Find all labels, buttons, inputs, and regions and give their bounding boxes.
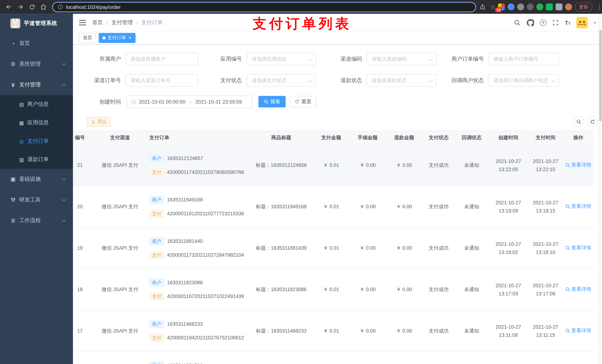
cell-title: 标题：1635311468233: [249, 327, 313, 334]
extension-colorful-icon[interactable]: 10: [498, 3, 505, 10]
pay-order-line: 支付 4200001181202110277723215336: [149, 209, 249, 217]
cell-pay-time: 2021-10-2713:18:10: [528, 240, 563, 256]
sidebar-item-infra[interactable]: ▣ 基础设施: [0, 169, 73, 190]
extensions-puzzle-icon[interactable]: [556, 3, 563, 10]
cell-title: 标题：1635311881439: [249, 245, 313, 251]
pay-tag: 支付: [149, 292, 164, 300]
merchant-order-line: 商户 1635311949168: [149, 196, 249, 203]
hamburger-icon[interactable]: [79, 20, 86, 26]
merchant-order-no-input[interactable]: [488, 52, 559, 65]
cell-notify: 未通知: [455, 327, 488, 334]
sidebar-subitem-merchant-info[interactable]: ▤ 商户信息: [0, 95, 73, 114]
reset-button[interactable]: 重置: [290, 96, 316, 107]
tab-pay-order[interactable]: 支付订单 ×: [99, 33, 135, 43]
sidebar-subitem-label: 支付订单: [27, 138, 49, 145]
view-detail-link[interactable]: 查看详情: [565, 327, 591, 334]
merchant-order-line: 商户 1635311351736: [149, 362, 249, 364]
avatar-dropdown-caret-icon[interactable]: ▾: [594, 20, 596, 25]
create-time-range-picker[interactable]: 2021-10-01 00:00:00 - 2021-10-31 23:59:5…: [127, 95, 252, 108]
sidebar-item-devtools[interactable]: ⚒ 研发工具: [0, 190, 73, 210]
extension-claude-icon[interactable]: [565, 3, 572, 10]
view-detail-link[interactable]: 查看详情: [565, 245, 591, 251]
extension-green-circle-icon[interactable]: [537, 3, 543, 10]
breadcrumb-current: 支付订单: [141, 19, 163, 26]
view-detail-link[interactable]: 查看详情: [565, 203, 591, 210]
table-row: 17 微信 JSAPI 支付 商户 1635311468233 支付 42000…: [73, 310, 593, 352]
range-start: 2021-10-01 00:00:00: [139, 99, 185, 105]
sidebar-subitem-app-info[interactable]: ▦ 应用信息: [0, 114, 73, 132]
extension-blue-icon[interactable]: [508, 3, 515, 10]
cell-actions: 查看详情: [563, 162, 593, 169]
cell-notify: 未通知: [455, 203, 488, 210]
cell-amount: ￥ 0.01: [313, 162, 349, 168]
browser-refresh-button[interactable]: [27, 2, 37, 12]
pay-order-no: 4200001167202110271022491439: [167, 293, 244, 299]
cell-refund: ￥ 0.00: [386, 327, 422, 334]
extension-dark-icon[interactable]: [527, 3, 534, 10]
cell-refund: ￥ 0.00: [386, 203, 422, 210]
filter-label-app: 应用编号: [181, 52, 242, 65]
magnifier-icon: [565, 163, 570, 167]
browser-home-button[interactable]: [38, 2, 48, 12]
search-icon[interactable]: [514, 19, 521, 26]
cell-id: 21: [73, 162, 92, 168]
cell-actions: 查看详情: [563, 245, 593, 251]
extension-gray-icon[interactable]: [517, 3, 524, 10]
col-amount: 支付金额: [313, 134, 349, 141]
browser-forward-button[interactable]: [15, 2, 25, 12]
merchant-tag: 商户: [149, 237, 164, 245]
bookmark-star-icon[interactable]: ☆: [490, 3, 495, 10]
browser-back-button[interactable]: [4, 2, 14, 12]
view-detail-link[interactable]: 查看详情: [565, 286, 591, 293]
col-title: 商品标题: [249, 134, 313, 141]
sidebar-item-workflow[interactable]: ≣ 工作流程: [0, 210, 73, 231]
pay-order-icon: ◎: [17, 138, 26, 144]
toggle-search-button[interactable]: [573, 116, 584, 127]
scrollbar-thumb[interactable]: [599, 30, 602, 121]
cell-pay-time: 2021-10-2713:11:15: [528, 323, 563, 339]
browser-chrome: localhost:1024/pay/order ☆ 10 更新 ⋮: [0, 0, 602, 14]
help-icon[interactable]: ?: [540, 20, 546, 26]
sidebar-item-system[interactable]: ⚙ 系统管理: [0, 54, 73, 74]
refresh-table-button[interactable]: [587, 116, 598, 127]
browser-update-button[interactable]: 更新: [575, 2, 592, 11]
app-grid-icon: ▦: [17, 120, 26, 125]
sidebar-item-payment[interactable]: ¥ 支付管理: [0, 74, 73, 95]
col-notify: 回调状态: [455, 134, 488, 141]
sidebar-subitem-refund-order[interactable]: ▨ 退款订单: [0, 150, 73, 169]
filter-label-merchant: 所属商户: [73, 52, 121, 65]
pay-tag: 支付: [149, 168, 164, 176]
chevron-up-icon: [62, 83, 66, 87]
notify-status-select[interactable]: [488, 74, 559, 87]
app-logo: 芋道管理系统: [0, 14, 73, 33]
browser-menu-icon[interactable]: ⋮: [595, 3, 602, 10]
avatar[interactable]: [576, 17, 588, 28]
merchant-order-no: 1635311823086: [167, 280, 203, 285]
font-size-icon[interactable]: TT: [565, 20, 571, 26]
search-icon: [576, 119, 581, 124]
tab-home[interactable]: 首页: [79, 33, 96, 43]
close-icon[interactable]: ×: [129, 35, 132, 41]
breadcrumb-section[interactable]: 支付管理: [111, 19, 133, 26]
sidebar-item-home[interactable]: ◔ 首页: [0, 33, 73, 54]
extension-wechat-icon[interactable]: [546, 3, 553, 10]
cell-actions: 查看详情: [563, 286, 593, 293]
cell-channel: 微信 JSAPI 支付: [92, 327, 148, 334]
sidebar-item-label: 研发工具: [19, 197, 41, 203]
url-bar[interactable]: localhost:1024/pay/order: [52, 2, 476, 12]
view-detail-link[interactable]: 查看详情: [565, 162, 591, 168]
github-icon[interactable]: [527, 19, 534, 26]
notify-status-input[interactable]: [488, 74, 559, 87]
fullscreen-icon[interactable]: [552, 19, 559, 26]
col-actions: 操作: [563, 134, 593, 141]
sidebar-subitem-pay-order[interactable]: ◎ 支付订单: [0, 132, 73, 150]
breadcrumb-home[interactable]: 首页: [92, 19, 103, 26]
site-info-icon[interactable]: [58, 4, 63, 10]
tags-view-bar: 首页 支付订单 ×: [73, 31, 602, 45]
merchant-order-line: 商户 1635311823086: [149, 279, 249, 286]
search-button[interactable]: 搜索: [258, 96, 286, 107]
export-button[interactable]: 导出: [87, 117, 111, 127]
search-icon: [264, 99, 269, 104]
share-icon[interactable]: [478, 2, 488, 12]
merchant-order-no-field[interactable]: [488, 52, 559, 65]
